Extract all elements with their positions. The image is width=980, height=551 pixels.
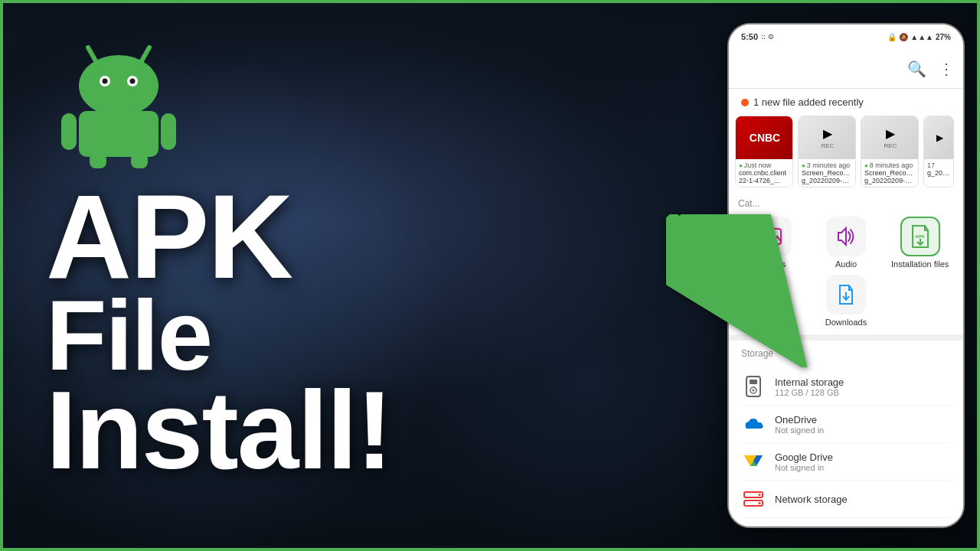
android-robot [46,31,199,168]
gdrive-name: Google Drive [775,452,951,463]
file-name-3b: g_20220209-17... [864,177,915,184]
category-audio[interactable]: Audio [812,217,880,269]
storage-internal[interactable]: Internal storage 112 GB / 128 GB [741,368,951,406]
file-time-3: ● 8 minutes ago [864,161,915,169]
audio-label: Audio [835,259,857,269]
category-images[interactable]: Images [738,217,806,269]
notification-banner: 1 new file added recently [729,89,963,112]
file-name-2: Screen_Recordin [802,169,852,177]
onedrive-name: OneDrive [775,414,951,425]
file-name-4: g_202... [927,169,950,177]
images-label: Images [758,259,786,269]
documents-icon [761,284,782,305]
svg-point-27 [759,494,761,496]
downloads-icon [835,284,857,305]
network-storage-info: Network storage [775,494,951,505]
left-content: APK File Install! [0,0,704,551]
svg-rect-7 [79,111,158,157]
onedrive-sub: Not signed in [775,425,951,435]
storage-network[interactable]: Network storage [741,481,951,518]
signal-icon: ▲▲▲ [910,33,933,41]
notification-text: 1 new file added recently [753,96,864,108]
search-icon[interactable]: 🔍 [907,60,926,78]
svg-rect-11 [131,153,148,168]
storage-section: Storage Internal storage 112 GB / 128 GB [729,334,963,526]
recent-files: CNBC ● Just now com.cnbc.client 22-1-472… [729,112,963,194]
svg-point-5 [103,79,108,84]
svg-point-2 [79,55,158,116]
documents-label: Documents [751,318,794,327]
recent-button[interactable]: ||| [909,528,939,529]
gdrive-sub: Not signed in [775,463,951,472]
svg-point-6 [130,79,136,84]
nav-bar: < ||| [729,526,963,528]
mute-icon: 🔕 [899,33,908,41]
network-storage-icon [741,487,766,511]
file-name-1: com.cnbc.client [739,169,789,177]
internal-storage-sub: 112 GB / 128 GB [775,388,951,397]
app-bar: 🔍 ⋮ [729,49,963,89]
file-thumb-cnbc[interactable]: CNBC ● Just now com.cnbc.client 22-1-472… [735,116,793,187]
storage-gdrive[interactable]: Google Drive Not signed in [741,443,951,481]
onedrive-info: OneDrive Not signed in [775,414,951,435]
time-display: 5:50 [741,32,758,41]
category-downloads[interactable]: Downloads [812,275,880,327]
file-thumb-rec1[interactable]: ▶ REC ● 3 minutes ago Screen_Recordin g_… [798,116,856,187]
storage-title: Storage [741,348,951,359]
gdrive-icon [741,449,766,474]
downloads-icon-wrap [826,275,866,315]
file-name-2b: g_20220209-17... [802,177,852,184]
category-installation[interactable]: APK Installation files [886,217,954,327]
notification-dot [741,99,749,106]
installation-icon-wrap: APK [900,217,940,256]
battery-display: 27% [936,33,951,41]
file-time-4: 17 [927,161,950,169]
audio-icon-wrap [826,217,866,256]
images-icon [761,226,782,247]
back-button[interactable]: < [753,528,783,529]
svg-text:APK: APK [915,234,925,239]
categories-label: Cat... [738,198,954,209]
installation-icon: APK [908,224,933,249]
svg-rect-13 [763,229,781,244]
menu-icon[interactable]: ⋮ [939,60,954,78]
status-bar: 5:50 :: ⊙ 🔒 🔕 ▲▲▲ 27% [729,24,963,49]
svg-point-28 [759,502,761,504]
file-name-3: Screen_Recordin [864,169,915,177]
svg-rect-10 [90,153,106,168]
internal-storage-icon [741,374,766,399]
svg-rect-22 [750,380,757,384]
network-storage-name: Network storage [775,494,951,505]
phone-mockup: 5:50 :: ⊙ 🔒 🔕 ▲▲▲ 27% 🔍 ⋮ 1 new file add… [727,23,965,528]
storage-onedrive[interactable]: OneDrive Not signed in [741,406,951,443]
audio-icon [835,226,857,247]
file-thumb-rec3[interactable]: ▶ 17 g_202... [923,116,954,187]
svg-rect-8 [61,113,77,150]
file-name-1b: 22-1-4726_... [739,177,789,184]
main-title: APK File Install! [46,184,391,480]
home-button[interactable] [831,528,861,529]
file-thumb-rec2[interactable]: ▶ REC ● 8 minutes ago Screen_Recordin g_… [861,116,919,187]
downloads-label: Downloads [825,318,867,327]
gdrive-info: Google Drive Not signed in [775,452,951,472]
lock-icon: 🔒 [887,33,897,41]
documents-icon-wrap [752,275,792,315]
installation-label: Installation files [891,259,949,269]
file-time-2: ● 3 minutes ago [802,161,852,169]
file-time-1: ● Just now [739,161,789,169]
internal-storage-info: Internal storage 112 GB / 128 GB [775,377,951,397]
svg-point-24 [753,390,755,392]
categories-grid: Images Audio [738,217,954,327]
onedrive-icon [741,412,766,436]
category-documents[interactable]: Documents [738,275,806,327]
images-icon-wrap [752,217,792,256]
categories-section: Cat... Images [729,194,963,334]
svg-rect-9 [161,113,176,150]
status-icons: :: ⊙ [761,33,774,41]
internal-storage-name: Internal storage [775,377,951,388]
